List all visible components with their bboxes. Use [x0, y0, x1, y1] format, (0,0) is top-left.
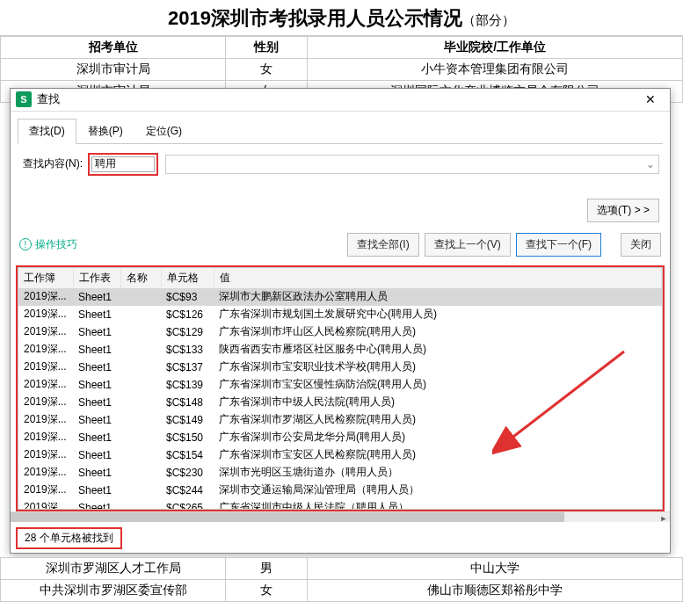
col-value[interactable]: 值: [214, 268, 662, 288]
cell[interactable]: 深圳市罗湖区人才工作局: [1, 558, 226, 580]
result-row[interactable]: 2019深...Sheet1$C$133陕西省西安市雁塔区社区服务中心(聘用人员…: [18, 341, 662, 359]
search-dropdown[interactable]: ⌄: [165, 155, 659, 174]
search-label: 查找内容(N):: [23, 156, 83, 171]
result-cell: 2019深...: [18, 306, 73, 323]
find-dialog: S 查找 ✕ 查找(D) 替换(P) 定位(G) 查找内容(N): ⌄ 选项(T…: [10, 88, 671, 554]
result-row[interactable]: 2019深...Sheet1$C$126广东省深圳市规划国土发展研究中心(聘用人…: [18, 306, 662, 323]
result-cell: Sheet1: [73, 394, 120, 411]
result-cell: 2019深...: [18, 359, 73, 376]
result-cell: [120, 446, 161, 464]
search-input[interactable]: [91, 156, 155, 172]
result-cell: 2019深...: [18, 446, 73, 464]
col-sheet[interactable]: 工作表: [73, 268, 120, 288]
result-cell: $C$265: [161, 499, 214, 509]
result-cell: $C$149: [161, 411, 214, 429]
table-row[interactable]: 中共深圳市罗湖区委宣传部女佛山市顺德区郑裕彤中学: [1, 580, 683, 602]
result-cell: 广东省深圳市公安局龙华分局(聘用人员): [214, 429, 662, 446]
cell[interactable]: 小牛资本管理集团有限公司: [308, 59, 683, 81]
find-prev-button[interactable]: 查找上一个(V): [425, 233, 511, 257]
result-row[interactable]: 2019深...Sheet1$C$154广东省深圳市宝安区人民检察院(聘用人员): [18, 446, 662, 464]
result-cell: Sheet1: [73, 499, 120, 509]
col-header: 毕业院校/工作单位: [308, 37, 683, 59]
tab-find[interactable]: 查找(D): [18, 119, 76, 144]
result-cell: 广东省深圳市中级人民法院（聘用人员）: [214, 499, 662, 509]
result-row[interactable]: 2019深...Sheet1$C$244深圳市交通运输局深汕管理局（聘用人员）: [18, 482, 662, 499]
search-row: 查找内容(N): ⌄: [11, 144, 670, 181]
result-row[interactable]: 2019深...Sheet1$C$149广东省深圳市罗湖区人民检察院(聘用人员): [18, 411, 662, 429]
col-cell[interactable]: 单元格: [161, 268, 214, 288]
result-cell: $C$154: [161, 446, 214, 464]
result-cell: 2019深...: [18, 288, 73, 306]
title-main: 2019深圳市考拟录用人员公示情况: [168, 7, 462, 29]
tab-goto[interactable]: 定位(G): [134, 119, 193, 144]
result-cell: Sheet1: [73, 288, 120, 306]
tips-link[interactable]: 操作技巧: [35, 237, 77, 252]
cell[interactable]: 中山大学: [308, 558, 683, 580]
col-workbook[interactable]: 工作簿: [18, 268, 73, 288]
result-cell: 深圳市光明区玉塘街道办（聘用人员）: [214, 464, 662, 482]
result-cell: Sheet1: [73, 482, 120, 499]
cell[interactable]: 深圳市审计局: [1, 59, 226, 81]
options-button[interactable]: 选项(T) > >: [587, 199, 659, 222]
result-row[interactable]: 2019深...Sheet1$C$230深圳市光明区玉塘街道办（聘用人员）: [18, 464, 662, 482]
horizontal-scrollbar[interactable]: ◄ ►: [11, 511, 670, 522]
result-row[interactable]: 2019深...Sheet1$C$93深圳市大鹏新区政法办公室聘用人员: [18, 288, 662, 306]
find-all-button[interactable]: 查找全部(I): [347, 233, 418, 257]
dialog-titlebar: S 查找 ✕: [11, 89, 670, 112]
result-cell: [120, 376, 161, 394]
tab-bar: 查找(D) 替换(P) 定位(G): [11, 112, 670, 144]
cell[interactable]: 男: [226, 558, 308, 580]
result-cell: 深圳市交通运输局深汕管理局（聘用人员）: [214, 482, 662, 499]
result-cell: [120, 394, 161, 411]
result-cell: [120, 464, 161, 482]
results-highlight: 工作簿 工作表 名称 单元格 值 2019深...Sheet1$C$93深圳市大…: [16, 265, 665, 511]
result-row[interactable]: 2019深...Sheet1$C$129广东省深圳市坪山区人民检察院(聘用人员): [18, 323, 662, 341]
cell[interactable]: 女: [226, 580, 308, 602]
table-row[interactable]: 深圳市审计局女小牛资本管理集团有限公司: [1, 59, 683, 81]
info-icon: !: [19, 238, 32, 250]
result-row[interactable]: 2019深...Sheet1$C$148广东省深圳市中级人民法院(聘用人员): [18, 394, 662, 411]
results-scroll[interactable]: 工作簿 工作表 名称 单元格 值 2019深...Sheet1$C$93深圳市大…: [18, 268, 662, 509]
result-cell: 广东省深圳市宝安区人民检察院(聘用人员): [214, 446, 662, 464]
result-row[interactable]: 2019深...Sheet1$C$265广东省深圳市中级人民法院（聘用人员）: [18, 499, 662, 509]
results-table: 工作簿 工作表 名称 单元格 值 2019深...Sheet1$C$93深圳市大…: [18, 267, 663, 510]
result-cell: $C$126: [161, 306, 214, 323]
result-cell: Sheet1: [73, 323, 120, 341]
result-cell: [120, 429, 161, 446]
result-cell: $C$133: [161, 341, 214, 359]
result-cell: $C$137: [161, 359, 214, 376]
table-row[interactable]: 深圳市罗湖区人才工作局男中山大学: [1, 558, 683, 580]
col-name[interactable]: 名称: [120, 268, 161, 288]
result-cell: 2019深...: [18, 482, 73, 499]
app-icon: S: [16, 91, 32, 107]
result-cell: 广东省深圳市罗湖区人民检察院(聘用人员): [214, 411, 662, 429]
result-cell: 2019深...: [18, 341, 73, 359]
tab-replace[interactable]: 替换(P): [76, 119, 134, 144]
result-cell: Sheet1: [73, 411, 120, 429]
cell[interactable]: 女: [226, 59, 308, 81]
result-cell: 2019深...: [18, 376, 73, 394]
result-cell: [120, 288, 161, 306]
dialog-title-text: 查找: [37, 91, 60, 107]
result-cell: $C$150: [161, 429, 214, 446]
cell[interactable]: 中共深圳市罗湖区委宣传部: [1, 580, 226, 602]
result-cell: [120, 411, 161, 429]
scrollbar-thumb[interactable]: [11, 512, 564, 522]
scroll-right-icon[interactable]: ►: [658, 512, 670, 525]
result-cell: Sheet1: [73, 429, 120, 446]
result-cell: $C$244: [161, 482, 214, 499]
find-next-button[interactable]: 查找下一个(F): [516, 233, 601, 257]
result-cell: 广东省深圳市坪山区人民检察院(聘用人员): [214, 323, 662, 341]
result-cell: [120, 323, 161, 341]
status-text: 28 个单元格被找到: [16, 527, 122, 549]
result-cell: 2019深...: [18, 429, 73, 446]
result-row[interactable]: 2019深...Sheet1$C$150广东省深圳市公安局龙华分局(聘用人员): [18, 429, 662, 446]
close-icon[interactable]: ✕: [636, 89, 665, 110]
result-cell: 广东省深圳市宝安区慢性病防治院(聘用人员): [214, 376, 662, 394]
result-cell: 深圳市大鹏新区政法办公室聘用人员: [214, 288, 662, 306]
close-button[interactable]: 关闭: [621, 233, 661, 257]
cell[interactable]: 佛山市顺德区郑裕彤中学: [308, 580, 683, 602]
result-row[interactable]: 2019深...Sheet1$C$137广东省深圳市宝安职业技术学校(聘用人员): [18, 359, 662, 376]
result-row[interactable]: 2019深...Sheet1$C$139广东省深圳市宝安区慢性病防治院(聘用人员…: [18, 376, 662, 394]
result-cell: 广东省深圳市中级人民法院(聘用人员): [214, 394, 662, 411]
